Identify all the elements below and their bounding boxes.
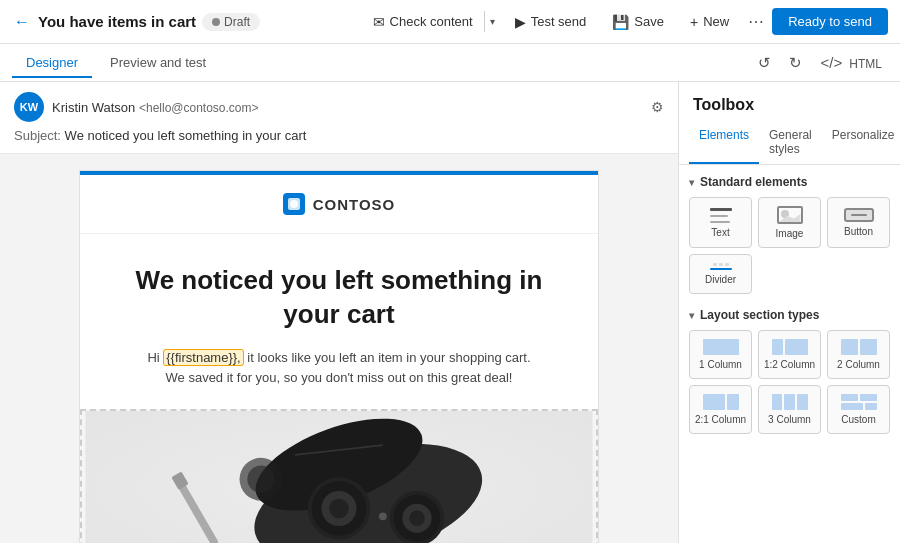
check-content-button[interactable]: ✉ Check content (362, 8, 484, 36)
sub-tab-actions: ↺ ↻ </> HTML (752, 50, 888, 76)
element-button[interactable]: Button (827, 197, 890, 248)
logo-text: CONTOSO (313, 196, 396, 213)
layout-21col[interactable]: 2:1 Column (689, 385, 752, 434)
standard-chevron-icon: ▾ (689, 177, 694, 188)
email-meta: KW Kristin Watson <hello@contoso.com> ⚙ … (0, 82, 678, 154)
standard-elements-section: ▾ Standard elements Text (679, 165, 900, 298)
toolbox-title: Toolbox (679, 82, 900, 122)
envelope-icon: ✉ (373, 14, 385, 30)
standard-elements-header[interactable]: ▾ Standard elements (689, 175, 890, 189)
ready-to-send-button[interactable]: Ready to send (772, 8, 888, 35)
svg-point-13 (409, 511, 425, 527)
toolbox-panel: Toolbox Elements General styles Personal… (678, 82, 900, 543)
svg-point-9 (329, 499, 349, 519)
back-button[interactable]: ← (12, 11, 32, 33)
layout-3col-label: 3 Column (768, 414, 811, 425)
check-content-label: Check content (390, 14, 473, 29)
from-email: <hello@contoso.com> (139, 101, 259, 115)
settings-button[interactable]: ⚙ (651, 99, 664, 115)
draft-badge: Draft (202, 13, 260, 31)
new-button[interactable]: + New (679, 8, 740, 36)
layout-section-header[interactable]: ▾ Layout section types (689, 308, 890, 322)
layout-3col-icon (772, 394, 808, 410)
main-layout: KW Kristin Watson <hello@contoso.com> ⚙ … (0, 82, 900, 543)
test-send-button[interactable]: ▶ Test send (504, 8, 598, 36)
layout-1col-label: 1 Column (699, 359, 742, 370)
layout-custom[interactable]: Custom (827, 385, 890, 434)
email-body: CONTOSO We noticed you left something in… (79, 170, 599, 543)
undo-button[interactable]: ↺ (752, 50, 777, 76)
toolbox-tabs: Elements General styles Personalize (679, 122, 900, 165)
element-divider[interactable]: Divider (689, 254, 752, 294)
save-label: Save (634, 14, 664, 29)
layout-chevron-icon: ▾ (689, 310, 694, 321)
avatar: KW (14, 92, 44, 122)
subject-label: Subject: (14, 128, 61, 143)
hero-headline: We noticed you left something in your ca… (120, 264, 558, 332)
more-button[interactable]: ⋯ (744, 8, 768, 35)
divider-element-label: Divider (705, 274, 736, 285)
from-name: Kristin Watson (52, 100, 135, 115)
email-content-wrapper: CONTOSO We noticed you left something in… (0, 154, 678, 543)
hero-body-text3: We saved it for you, so you don't miss o… (166, 370, 513, 385)
email-image-area (80, 409, 598, 543)
layout-section: ▾ Layout section types 1 Column (679, 298, 900, 438)
text-element-icon (710, 208, 732, 223)
layout-1col-icon (703, 339, 739, 355)
layout-1col[interactable]: 1 Column (689, 330, 752, 379)
email-hero: We noticed you left something in your ca… (80, 234, 598, 409)
product-image-svg (82, 411, 596, 543)
layout-21col-label: 2:1 Column (695, 414, 746, 425)
code-icon: </> (820, 54, 842, 71)
layout-12col[interactable]: 1:2 Column (758, 330, 821, 379)
from-info: Kristin Watson <hello@contoso.com> (52, 100, 643, 115)
hero-body-text1: Hi (147, 350, 163, 365)
sub-tab-bar: Designer Preview and test ↺ ↻ </> HTML (0, 44, 900, 82)
button-element-icon (844, 208, 874, 222)
html-button[interactable]: </> HTML (814, 50, 888, 75)
redo-button[interactable]: ↻ (783, 50, 808, 76)
page-title: You have items in cart (38, 13, 196, 30)
tab-designer[interactable]: Designer (12, 49, 92, 78)
layout-2col[interactable]: 2 Column (827, 330, 890, 379)
elements-grid: Text Image Button (689, 197, 890, 294)
top-bar-actions: ✉ Check content ▾ ▶ Test send 💾 Save + N… (362, 8, 888, 36)
image-element-icon (777, 206, 803, 224)
layout-2col-label: 2 Column (837, 359, 880, 370)
hero-body-text2: it looks like you left an item in your s… (244, 350, 531, 365)
toolbox-tab-elements[interactable]: Elements (689, 122, 759, 164)
hero-body: Hi {{firstname}}, it looks like you left… (120, 348, 558, 390)
divider-element-icon (710, 263, 732, 270)
firstname-tag: {{firstname}}, (163, 349, 243, 366)
title-area: ← You have items in cart Draft (12, 11, 354, 33)
new-label: New (703, 14, 729, 29)
element-image[interactable]: Image (758, 197, 821, 248)
layout-12col-label: 1:2 Column (764, 359, 815, 370)
layout-12col-icon (772, 339, 808, 355)
layout-3col[interactable]: 3 Column (758, 385, 821, 434)
test-send-label: Test send (531, 14, 587, 29)
layout-custom-icon (841, 394, 877, 410)
standard-elements-label: Standard elements (700, 175, 807, 189)
tab-preview-and-test[interactable]: Preview and test (96, 49, 220, 78)
draft-dot (212, 18, 220, 26)
toolbox-tab-general-styles[interactable]: General styles (759, 122, 822, 164)
subject-text: We noticed you left something in your ca… (65, 128, 307, 143)
layout-section-label: Layout section types (700, 308, 819, 322)
image-element-label: Image (776, 228, 804, 239)
layout-custom-label: Custom (841, 414, 875, 425)
draft-label: Draft (224, 15, 250, 29)
button-element-label: Button (844, 226, 873, 237)
save-button[interactable]: 💾 Save (601, 8, 675, 36)
email-subject: Subject: We noticed you left something i… (14, 128, 664, 143)
layout-grid: 1 Column 1:2 Column 2 Column (689, 330, 890, 434)
svg-point-1 (290, 200, 298, 208)
toolbox-tab-personalize[interactable]: Personalize (822, 122, 900, 164)
logo-icon (283, 193, 305, 215)
element-text[interactable]: Text (689, 197, 752, 248)
check-content-chevron[interactable]: ▾ (484, 11, 500, 32)
svg-point-14 (379, 513, 387, 521)
top-bar: ← You have items in cart Draft ✉ Check c… (0, 0, 900, 44)
text-element-label: Text (711, 227, 729, 238)
check-content-split: ✉ Check content ▾ (362, 8, 500, 36)
